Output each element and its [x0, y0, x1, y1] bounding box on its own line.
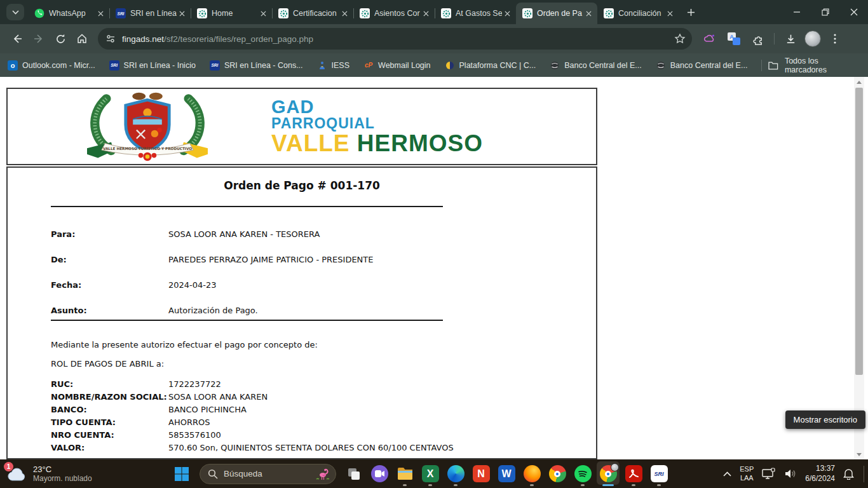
address-bar[interactable]: fingads.net/sf2/tesoreria/files/rep_orde…	[98, 28, 692, 50]
profile-avatar[interactable]	[804, 30, 821, 47]
bookmark-bce-2[interactable]: Banco Central del E...	[656, 60, 748, 71]
bookmark-iess[interactable]: IESS	[317, 60, 350, 71]
tab-close-icon[interactable]	[258, 8, 268, 18]
fingads-favicon	[441, 8, 451, 18]
logo-line-parroquial: PARROQUIAL	[271, 116, 483, 131]
field-label-de: De:	[51, 255, 67, 264]
detail-value-tipo-cuenta: AHORROS	[168, 417, 210, 427]
kebab-menu-icon	[834, 34, 836, 44]
divider	[51, 320, 443, 321]
document-logo-box: VALLE HERMOSO TURÍSTICO Y PRODUCTIVO GAD…	[6, 88, 597, 165]
taskbar-app-excel[interactable]: X	[417, 459, 443, 488]
clock[interactable]: 13:37 6/6/2024	[805, 464, 835, 484]
back-button[interactable]	[6, 28, 28, 50]
toolbar-separator	[774, 33, 775, 44]
tray-chevron-up-icon[interactable]	[723, 471, 731, 477]
bookmark-webmail[interactable]: cP Webmail Login	[363, 60, 430, 71]
close-button[interactable]	[839, 0, 868, 24]
taskbar-app-firefox[interactable]	[519, 459, 545, 488]
notifications-bell-icon[interactable]	[843, 468, 854, 480]
taskbar-app-sri[interactable]: SRI	[646, 459, 672, 488]
taskbar-app-nitro-pdf[interactable]: N	[468, 459, 494, 488]
tab-close-icon[interactable]	[583, 8, 593, 18]
scroll-down-arrow[interactable]	[854, 449, 864, 459]
sri-favicon: SRI	[116, 8, 126, 18]
bookmark-sri-inicio[interactable]: SRI SRI en Línea - Inicio	[109, 60, 196, 71]
tab-sri-en-linea[interactable]: SRI SRI en Línea	[109, 3, 191, 24]
tab-at-gastos[interactable]: At Gastos Se	[435, 3, 516, 24]
intro-paragraph: Mediante la presente autorizo efectuar e…	[51, 340, 318, 349]
taskbar-app-chrome-active[interactable]	[595, 459, 621, 488]
bookmark-label: Webmail Login	[378, 61, 430, 70]
running-indicator	[428, 484, 432, 486]
new-tab-button[interactable]	[682, 4, 699, 20]
bookmark-sri-consultas[interactable]: SRI SRI en Línea - Cons...	[210, 60, 303, 71]
weather-extension-icon[interactable]	[700, 29, 720, 49]
cpanel-icon: cP	[363, 60, 374, 71]
tab-conciliacion[interactable]: Conciliación	[597, 3, 679, 24]
tab-search-button[interactable]	[6, 4, 24, 20]
tab-close-icon[interactable]	[421, 8, 431, 18]
bookmark-cnc[interactable]: Plataforma CNC | C...	[445, 60, 536, 71]
detail-value-nombre: SOSA LOOR ANA KAREN	[168, 392, 268, 402]
field-label-para: Para:	[51, 229, 75, 239]
video-call-app-icon	[371, 465, 388, 482]
taskbar-app-spotify[interactable]	[570, 459, 595, 488]
taskbar-app-acrobat[interactable]	[621, 459, 646, 488]
tab-close-icon[interactable]	[95, 8, 105, 18]
divider	[51, 206, 443, 207]
document-title: Orden de Pago # 001-170	[8, 179, 596, 192]
tab-close-icon[interactable]	[502, 8, 512, 18]
taskbar-app-video-call[interactable]	[367, 459, 392, 488]
bookmark-label: Outlook.com - Micr...	[22, 61, 95, 70]
tab-certificaciones[interactable]: Certificacion	[272, 3, 353, 24]
extensions-puzzle-icon[interactable]	[748, 29, 768, 49]
browser-toolbar: fingads.net/sf2/tesoreria/files/rep_orde…	[0, 24, 868, 53]
plus-icon	[687, 8, 695, 17]
tab-close-icon[interactable]	[177, 8, 187, 18]
weather-widget[interactable]: 1 23°C Mayorm. nublado	[0, 464, 153, 483]
scrollbar-thumb[interactable]	[855, 88, 863, 375]
forward-button[interactable]	[28, 28, 50, 50]
edge-icon	[447, 465, 465, 482]
file-explorer-icon	[397, 465, 414, 482]
start-button[interactable]	[169, 459, 194, 488]
language-indicator[interactable]: ESP LAA	[740, 465, 754, 483]
taskbar-app-edge[interactable]	[443, 459, 468, 488]
tab-close-icon[interactable]	[339, 8, 349, 18]
all-bookmarks[interactable]: Todos los marcadores	[761, 57, 860, 74]
show-desktop-strip[interactable]	[864, 466, 864, 482]
fingads-favicon	[197, 8, 207, 18]
firefox-icon	[524, 465, 541, 482]
restore-button[interactable]	[811, 0, 839, 24]
taskbar-app-file-explorer[interactable]	[392, 459, 417, 488]
sri-icon: SRI	[210, 60, 220, 71]
scroll-up-arrow[interactable]	[854, 77, 864, 87]
tab-home[interactable]: Home	[191, 3, 272, 24]
reload-button[interactable]	[50, 28, 71, 50]
downloads-button[interactable]	[780, 29, 801, 49]
tab-whatsapp[interactable]: WhatsApp	[28, 3, 109, 24]
translate-extension-icon[interactable]: A	[724, 29, 744, 49]
taskbar-app-word[interactable]: W	[494, 459, 519, 488]
bookmark-bce-1[interactable]: Banco Central del E...	[550, 60, 642, 71]
home-button[interactable]	[71, 28, 93, 50]
bookmark-outlook[interactable]: o Outlook.com - Micr...	[8, 60, 95, 71]
site-settings-icon	[105, 34, 116, 44]
task-view-icon	[346, 465, 363, 482]
taskbar-search[interactable]: Búsqueda	[200, 464, 336, 484]
speaker-icon[interactable]	[784, 468, 797, 479]
tab-asientos-contables[interactable]: Asientos Cor	[353, 3, 435, 24]
bookmark-star-icon[interactable]	[674, 33, 686, 44]
task-view-button[interactable]	[341, 459, 367, 488]
detail-value-valor: 570.60 Son, QUINIENTOS SETENTA DOLARES C…	[168, 443, 454, 452]
logo-line-valle-hermoso: VALLE HERMOSO	[271, 132, 483, 156]
minimize-button[interactable]	[782, 0, 811, 24]
display-cast-icon[interactable]	[762, 468, 776, 480]
page-scrollbar[interactable]	[854, 77, 864, 459]
browser-menu-button[interactable]	[825, 29, 845, 49]
taskbar-app-chrome[interactable]	[545, 459, 570, 488]
search-placeholder: Búsqueda	[224, 469, 309, 478]
tab-close-icon[interactable]	[665, 8, 675, 18]
tab-orden-de-pago[interactable]: Orden de Pa	[516, 3, 597, 24]
